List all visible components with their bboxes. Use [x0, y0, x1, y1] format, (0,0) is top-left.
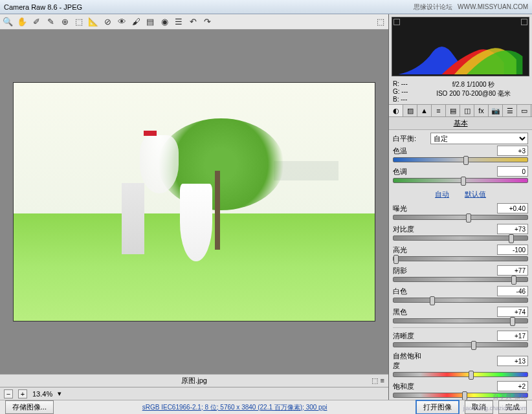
zoom-in-button[interactable]: + — [18, 389, 27, 398]
slider-value-input[interactable] — [497, 203, 528, 213]
redeye-icon[interactable]: 👁 — [116, 17, 127, 27]
tab-detail[interactable]: ▲ — [417, 105, 432, 116]
slider-thumb[interactable] — [511, 276, 516, 285]
slider-label: 自然饱和度 — [393, 351, 427, 371]
tab-split[interactable]: ▤ — [446, 105, 460, 116]
open-image-button[interactable]: 打开图像 — [416, 400, 460, 414]
spot-removal-icon[interactable]: ⊘ — [102, 17, 113, 27]
tab-presets[interactable]: ☰ — [503, 105, 517, 116]
toolbar: 🔍 ✋ ✐ ✎ ⊕ ⬚ 📐 ⊘ 👁 🖌 ▤ ◉ ☰ ↶ ↷ ⬚ — [0, 14, 388, 30]
slider-track[interactable] — [393, 235, 528, 241]
slider-value-input[interactable] — [497, 307, 528, 317]
rotate-ccw-icon[interactable]: ↶ — [188, 17, 198, 27]
tab-snapshots[interactable]: ▭ — [517, 105, 531, 116]
wb-select[interactable]: 自定 — [430, 133, 528, 144]
slider-thumb[interactable] — [471, 341, 476, 350]
slider-value-input[interactable] — [497, 224, 528, 234]
slider-thumb[interactable] — [509, 234, 514, 243]
zoom-level[interactable]: 13.4% — [32, 390, 52, 398]
slider-thumb[interactable] — [393, 255, 399, 264]
tab-hsl[interactable]: ≡ — [432, 105, 446, 116]
brush-icon[interactable]: 🖌 — [131, 17, 141, 27]
slider-track[interactable] — [393, 318, 528, 323]
slider-value-input[interactable] — [497, 265, 528, 276]
slider-value-input[interactable] — [497, 146, 528, 156]
rotate-cw-icon[interactable]: ↷ — [202, 17, 212, 27]
zoom-icon[interactable]: 🔍 — [3, 17, 13, 27]
slider-track[interactable] — [393, 277, 528, 282]
preview-area[interactable] — [0, 30, 388, 374]
hand-icon[interactable]: ✋ — [17, 17, 27, 27]
slider-高光: 高光 — [393, 245, 528, 261]
page-watermark: 百字典 教程 — [493, 392, 527, 401]
tab-curve[interactable]: ▨ — [403, 105, 417, 116]
zoom-out-button[interactable]: − — [4, 389, 13, 398]
slider-thumb[interactable] — [469, 371, 474, 380]
slider-thumb[interactable] — [463, 156, 469, 165]
menu-icon[interactable]: ≡ — [381, 376, 384, 385]
titlebar: Camera Raw 8.6 - JPEG 思缘设计论坛 WWW.MISSYUA… — [0, 0, 532, 14]
panel-tabs: ◐ ▨ ▲ ≡ ▤ ◫ fx 📷 ☰ ▭ — [389, 104, 532, 117]
filename: 原图.jpg — [181, 376, 207, 386]
slider-清晰度: 清晰度 — [393, 331, 528, 347]
slider-track[interactable] — [393, 157, 528, 162]
slider-track[interactable] — [393, 342, 528, 347]
slider-thumb[interactable] — [510, 317, 515, 326]
highlight-clip-icon[interactable] — [521, 19, 527, 25]
tab-basic[interactable]: ◐ — [389, 105, 403, 116]
slider-label: 色温 — [393, 146, 427, 156]
controls-panel: 白平衡: 自定 色温 色调 自动 默认值 — [389, 130, 532, 400]
footer: 存储图像... sRGB IEC61966-2.1; 8 位; 5760 x 3… — [0, 400, 532, 414]
prefs-icon[interactable]: ☰ — [173, 17, 184, 27]
shadow-clip-icon[interactable] — [393, 19, 400, 25]
eyedropper-icon[interactable]: ✐ — [31, 17, 41, 27]
radial-icon[interactable]: ◉ — [159, 17, 170, 27]
slider-value-input[interactable] — [497, 356, 528, 366]
exif-panel: R: --- G: --- B: --- f/2.8 1/1000 秒 ISO … — [389, 79, 532, 104]
zoom-bar: − + 13.4% ▾ — [0, 387, 388, 400]
slider-track[interactable] — [393, 215, 528, 220]
gradient-icon[interactable]: ▤ — [145, 17, 155, 27]
filter-icon[interactable]: ⬚ — [371, 376, 378, 385]
crop-icon[interactable]: ⬚ — [74, 17, 84, 27]
slider-色温: 色温 — [393, 146, 528, 162]
slider-track[interactable] — [393, 178, 528, 183]
slider-value-input[interactable] — [497, 245, 528, 255]
slider-label: 阴影 — [393, 266, 427, 276]
slider-thumb[interactable] — [461, 177, 466, 186]
slider-track[interactable] — [393, 372, 528, 377]
filename-bar: 原图.jpg ⬚ ≡ — [0, 374, 388, 387]
slider-value-input[interactable] — [497, 331, 528, 341]
tab-camera[interactable]: 📷 — [489, 105, 503, 116]
default-link[interactable]: 默认值 — [465, 190, 486, 199]
wb-label: 白平衡: — [393, 134, 427, 144]
exif-iso: ISO 200 70-200@80 毫米 — [419, 89, 528, 98]
workflow-link[interactable]: sRGB IEC61966-2.1; 8 位; 5760 x 3840 (22.… — [59, 403, 410, 412]
slider-value-input[interactable] — [497, 166, 528, 177]
straighten-icon[interactable]: 📐 — [88, 17, 98, 27]
slider-value-input[interactable] — [497, 286, 528, 296]
slider-label: 饱和度 — [393, 382, 427, 391]
slider-track[interactable] — [393, 256, 528, 261]
save-image-button[interactable]: 存储图像... — [5, 400, 54, 414]
slider-label: 清晰度 — [393, 331, 427, 341]
slider-自然饱和度: 自然饱和度 — [393, 351, 528, 377]
histogram[interactable] — [392, 17, 529, 76]
tab-lens[interactable]: ◫ — [460, 105, 474, 116]
slider-value-input[interactable] — [497, 381, 528, 391]
tab-fx[interactable]: fx — [474, 105, 489, 116]
slider-label: 对比度 — [393, 224, 427, 234]
left-pane: 🔍 ✋ ✐ ✎ ⊕ ⬚ 📐 ⊘ 👁 🖌 ▤ ◉ ☰ ↶ ↷ ⬚ — [0, 14, 388, 400]
slider-thumb[interactable] — [430, 296, 435, 305]
auto-link[interactable]: 自动 — [435, 190, 449, 199]
preview-toggle-icon[interactable]: ⬚ — [375, 17, 386, 27]
exif-aperture: f/2.8 1/1000 秒 — [419, 80, 528, 89]
zoom-dropdown-icon[interactable]: ▾ — [58, 389, 61, 398]
color-sampler-icon[interactable]: ✎ — [45, 17, 56, 27]
slider-thumb[interactable] — [466, 213, 471, 223]
target-icon[interactable]: ⊕ — [60, 17, 70, 27]
slider-thumb[interactable] — [462, 391, 467, 400]
slider-阴影: 阴影 — [393, 265, 528, 282]
slider-track[interactable] — [393, 298, 528, 303]
slider-label: 白色 — [393, 287, 427, 296]
